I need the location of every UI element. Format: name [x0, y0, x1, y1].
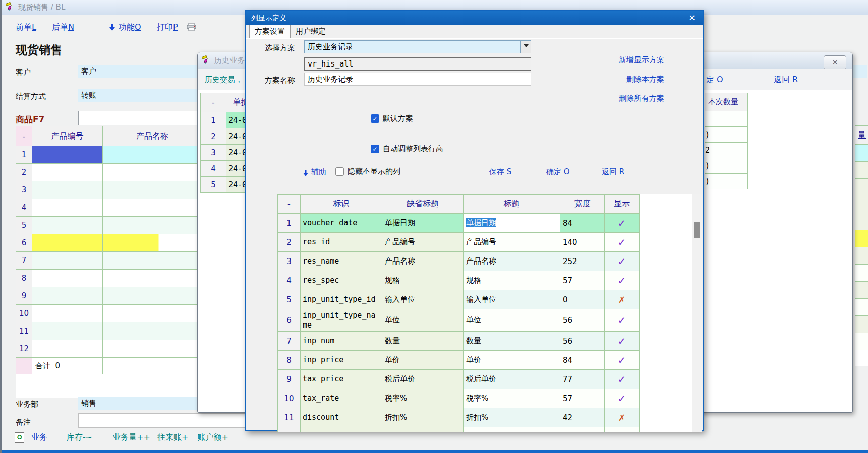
col-header-id[interactable]: 标识: [301, 195, 382, 214]
cell-visible[interactable]: ✗: [605, 290, 640, 309]
cell-width[interactable]: 0: [560, 290, 605, 309]
cell-field-id[interactable]: inp_unit_type_id: [301, 290, 382, 309]
cell-product-name[interactable]: [103, 305, 202, 322]
cell-default-title[interactable]: 折扣%: [382, 408, 464, 427]
visible-check-icon[interactable]: ✓: [618, 373, 626, 385]
selected-title-text[interactable]: 单据日期: [466, 218, 496, 227]
tab-user-binding[interactable]: 用户绑定: [291, 25, 331, 38]
cell-width[interactable]: 42: [560, 408, 605, 427]
cell-product-code[interactable]: [32, 181, 103, 199]
main-grid-tail-cell[interactable]: [855, 161, 868, 179]
history-qty-cell[interactable]: 2: [705, 142, 748, 158]
cell-product-name[interactable]: [103, 322, 202, 340]
delete-scheme-link[interactable]: 删除本方案: [626, 75, 664, 84]
main-grid-header-name[interactable]: 产品名称: [103, 126, 202, 146]
volume-link[interactable]: 业务量++: [112, 432, 150, 443]
visible-check-icon[interactable]: ✓: [618, 393, 626, 405]
main-grid-tail-cell[interactable]: [855, 247, 868, 265]
cell-width[interactable]: 77: [560, 370, 605, 389]
main-grid-tail-cell[interactable]: [855, 264, 868, 282]
visible-x-icon[interactable]: ✗: [618, 432, 625, 432]
cell-product-code[interactable]: [32, 305, 103, 322]
main-grid-tail-cell[interactable]: [855, 333, 868, 350]
cell-width[interactable]: 56: [560, 332, 605, 351]
printer-icon[interactable]: [186, 23, 197, 33]
cell-product-name[interactable]: [103, 234, 202, 252]
cell-visible[interactable]: ✓: [605, 214, 640, 233]
history-qty-cell[interactable]: ): [705, 158, 748, 174]
main-grid-header-code[interactable]: 产品编号: [32, 126, 103, 146]
cell-product-code[interactable]: [32, 234, 103, 252]
cell-default-title[interactable]: 产品名称: [382, 252, 464, 271]
ok-link[interactable]: 确定 O: [546, 167, 570, 177]
cell-width[interactable]: 56: [560, 309, 605, 332]
cell-title[interactable]: 税后单价: [464, 370, 560, 389]
cell-default-title[interactable]: 单据日期: [382, 214, 464, 233]
cell-product-code[interactable]: [32, 199, 103, 217]
cell-title[interactable]: 单价: [464, 351, 560, 370]
history-qty-cell[interactable]: ): [705, 126, 748, 143]
cell-title[interactable]: 税率%: [464, 389, 560, 408]
scheme-select-dropdown[interactable]: 历史业务记录: [304, 40, 531, 53]
scheme-name-input[interactable]: 历史业务记录: [304, 73, 531, 86]
prev-voucher-button[interactable]: 前单L: [16, 22, 36, 33]
main-grid-tail-cell[interactable]: [855, 230, 868, 247]
cell-width[interactable]: 140: [560, 233, 605, 252]
visible-check-icon[interactable]: ✓: [618, 335, 626, 347]
cell-visible[interactable]: ✓: [605, 370, 640, 389]
main-grid-tail-cell[interactable]: [855, 196, 868, 213]
cell-visible[interactable]: ✓: [605, 351, 640, 370]
col-header-show[interactable]: 显示: [605, 195, 640, 214]
hide-hidden-checkbox[interactable]: [335, 167, 344, 176]
cell-product-code[interactable]: [32, 164, 103, 181]
cell-default-title[interactable]: 输入单位: [382, 290, 464, 309]
cell-visible[interactable]: ✗: [605, 408, 640, 427]
cell-product-name[interactable]: [103, 270, 202, 287]
main-grid-tail-cell[interactable]: [855, 213, 868, 230]
refresh-doc-icon[interactable]: ♻: [15, 432, 24, 443]
cell-width[interactable]: 57: [560, 271, 605, 290]
cell-product-code[interactable]: [32, 270, 103, 287]
cell-width[interactable]: 252: [560, 252, 605, 271]
main-grid-tail-cell[interactable]: [855, 315, 868, 333]
cell-visible[interactable]: ✓: [605, 252, 640, 271]
visible-check-icon[interactable]: ✓: [618, 275, 626, 287]
tab-scheme-settings[interactable]: 方案设置: [249, 25, 291, 38]
delete-all-schemes-link[interactable]: 删除所有方案: [619, 94, 664, 103]
print-button[interactable]: 打印P: [157, 22, 178, 33]
cell-field-id[interactable]: discount: [301, 408, 382, 427]
back-link[interactable]: 返回 R: [602, 167, 624, 177]
visible-x-icon[interactable]: ✗: [618, 413, 625, 423]
cell-visible[interactable]: ✓: [605, 271, 640, 290]
cell-product-code[interactable]: [32, 322, 103, 340]
cell-default-title[interactable]: 单价: [382, 351, 464, 370]
col-header-default-title[interactable]: 缺省标题: [382, 195, 464, 214]
cell-field-id[interactable]: tax_rate: [301, 389, 382, 408]
cell-product-name[interactable]: [103, 217, 202, 234]
cell-title[interactable]: 输入单位: [464, 290, 560, 309]
cell-default-title[interactable]: 产品编号: [382, 233, 464, 252]
cell-field-id[interactable]: res_id: [301, 233, 382, 252]
save-link[interactable]: 保存 S: [489, 167, 511, 177]
business-link[interactable]: 业务: [31, 432, 47, 443]
stock-link[interactable]: 库存-~: [67, 432, 92, 443]
cell-field-id[interactable]: res_spec: [301, 271, 382, 290]
dropdown-arrow-icon[interactable]: [520, 41, 531, 53]
cell-title[interactable]: 单据日期: [464, 214, 560, 233]
functions-button[interactable]: 功能O: [119, 22, 141, 33]
cell-field-id[interactable]: res_name: [301, 252, 382, 271]
main-grid-tail-col-header[interactable]: 量: [855, 125, 868, 145]
history-qty-cell[interactable]: ): [705, 173, 748, 189]
cell-field-id[interactable]: voucher_date: [301, 214, 382, 233]
cell-product-name[interactable]: [103, 181, 202, 199]
cell-product-name[interactable]: [103, 164, 202, 181]
history-ok-link[interactable]: 定 O: [706, 75, 723, 85]
cell-field-id[interactable]: inp_num: [301, 332, 382, 351]
cell-visible[interactable]: ✓: [605, 389, 640, 408]
cell-product-name[interactable]: [103, 340, 202, 358]
cell-default-title[interactable]: 折后单价: [382, 427, 464, 432]
cell-title[interactable]: 单位: [464, 309, 560, 332]
cell-title[interactable]: 数量: [464, 332, 560, 351]
cell-field-id[interactable]: inp_price: [301, 351, 382, 370]
cell-width[interactable]: 84: [560, 214, 605, 233]
